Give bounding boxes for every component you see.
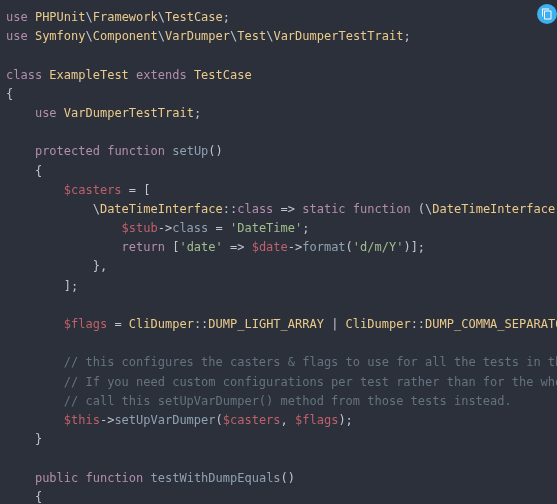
op-token: { xyxy=(6,164,42,178)
op-token: -> xyxy=(100,413,114,427)
op-token: -> xyxy=(288,240,302,254)
kw-token: class xyxy=(237,202,273,216)
op-token: )]; xyxy=(403,240,425,254)
op-token xyxy=(6,106,35,120)
code-block: use PHPUnit\Framework\TestCase; use Symf… xyxy=(0,0,557,504)
op-token: }, xyxy=(6,259,107,273)
copy-icon[interactable] xyxy=(537,4,557,24)
op-token xyxy=(78,471,85,485)
code-line: // If you need custom configurations per… xyxy=(6,375,557,389)
op-token: () xyxy=(281,471,295,485)
kw-token: function xyxy=(86,471,144,485)
op-token xyxy=(346,202,353,216)
op-token xyxy=(6,375,64,389)
op-token: ; xyxy=(302,221,309,235)
type-token: TestCase xyxy=(165,10,223,24)
kw-token: extends xyxy=(136,68,187,82)
type-token: PHPUnit xyxy=(35,10,86,24)
cmt-token: // call this setUpVarDumper() method fro… xyxy=(64,394,512,408)
code-line: $this->setUpVarDumper($casters, $flags); xyxy=(6,413,353,427)
type-token: Component xyxy=(93,29,158,43)
op-token: => xyxy=(223,240,252,254)
op-token xyxy=(6,394,64,408)
op-token xyxy=(6,240,122,254)
type-token: VarDumperTestTrait xyxy=(273,29,403,43)
code-line: // call this setUpVarDumper() method fro… xyxy=(6,394,512,408)
kw-token: function xyxy=(353,202,411,216)
code-line: } xyxy=(6,432,42,446)
func-token: testWithDumpEquals xyxy=(151,471,281,485)
func-token: class xyxy=(172,221,208,235)
code-line: // this configures the casters & flags t… xyxy=(6,355,557,369)
cmt-token: // If you need custom configurations per… xyxy=(64,375,557,389)
type-token: CliDumper xyxy=(129,317,194,331)
code-line: $flags = CliDumper::DUMP_LIGHT_ARRAY | C… xyxy=(6,317,557,331)
var-token: $flags xyxy=(64,317,107,331)
kw-token: class xyxy=(6,68,42,82)
func-token: setUpVarDumper xyxy=(114,413,215,427)
type-token: ExampleTest xyxy=(49,68,128,82)
op-token xyxy=(129,68,136,82)
kw-token: public xyxy=(35,471,78,485)
code-line: use Symfony\Component\VarDumper\Test\Var… xyxy=(6,29,411,43)
var-token: $date xyxy=(252,240,288,254)
op-token: , xyxy=(281,413,295,427)
code-line: $casters = [ xyxy=(6,183,151,197)
op-token: \ xyxy=(86,10,93,24)
type-token: Symfony xyxy=(35,29,86,43)
code-line: { xyxy=(6,87,13,101)
op-token xyxy=(187,68,194,82)
op-token: \ xyxy=(86,29,93,43)
op-token xyxy=(28,10,35,24)
op-token xyxy=(6,221,122,235)
op-token: => xyxy=(273,202,302,216)
op-token: \ xyxy=(6,202,100,216)
type-token: DateTimeInterface xyxy=(100,202,223,216)
type-token: VarDumperTestTrait xyxy=(64,106,194,120)
op-token: (\ xyxy=(411,202,433,216)
op-token: = [ xyxy=(122,183,151,197)
op-token xyxy=(6,144,35,158)
op-token: [ xyxy=(165,240,179,254)
code-line: ]; xyxy=(6,279,78,293)
code-line: return ['date' => $date->format('d/m/Y')… xyxy=(6,240,425,254)
type-token: TestCase xyxy=(194,68,252,82)
func-token: setUp xyxy=(172,144,208,158)
type-token: DUMP_COMMA_SEPARATOR xyxy=(425,317,557,331)
op-token xyxy=(6,355,64,369)
op-token: ( xyxy=(346,240,353,254)
op-token: \ xyxy=(158,10,165,24)
str-token: 'd/m/Y' xyxy=(353,240,404,254)
type-token: DateTimeInterface xyxy=(432,202,555,216)
op-token: = xyxy=(208,221,230,235)
var-token: $stub xyxy=(122,221,158,235)
kw-token: static xyxy=(302,202,345,216)
kw-token: use xyxy=(6,10,28,24)
kw-token: use xyxy=(35,106,57,120)
code-line: class ExampleTest extends TestCase xyxy=(6,68,252,82)
code-line: use VarDumperTestTrait; xyxy=(6,106,201,120)
op-token: { xyxy=(6,87,13,101)
type-token: CliDumper xyxy=(346,317,411,331)
code-line: protected function setUp() xyxy=(6,144,223,158)
op-token: :: xyxy=(411,317,425,331)
op-token: \ xyxy=(158,29,165,43)
op-token: ( xyxy=(216,413,223,427)
kw-token: function xyxy=(107,144,165,158)
code-line: $stub->class = 'DateTime'; xyxy=(6,221,309,235)
op-token: = xyxy=(107,317,129,331)
op-token xyxy=(143,471,150,485)
str-token: 'DateTime' xyxy=(230,221,302,235)
op-token xyxy=(6,413,64,427)
code-line: public function testWithDumpEquals() xyxy=(6,471,295,485)
type-token: Test xyxy=(237,29,266,43)
op-token: } xyxy=(6,432,42,446)
op-token: ; xyxy=(194,106,201,120)
op-token xyxy=(6,183,64,197)
var-token: $flags xyxy=(295,413,338,427)
code-line: \DateTimeInterface::class => static func… xyxy=(6,202,557,216)
type-token: Framework xyxy=(93,10,158,24)
var-token: $casters xyxy=(223,413,281,427)
op-token: ; xyxy=(403,29,410,43)
op-token xyxy=(6,471,35,485)
